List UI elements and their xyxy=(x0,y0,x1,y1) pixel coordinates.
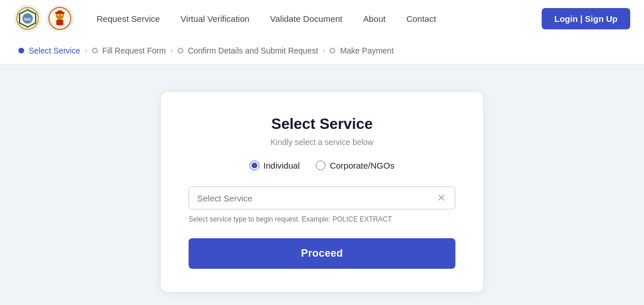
radio-individual[interactable] xyxy=(250,161,259,170)
svg-point-10 xyxy=(61,14,62,16)
breadcrumb-step-2: Fill Request Form xyxy=(92,46,166,55)
breadcrumb-dot-4 xyxy=(329,48,335,54)
svg-point-9 xyxy=(57,14,59,16)
breadcrumb-label-1: Select Service xyxy=(29,46,80,55)
svg-rect-8 xyxy=(56,20,63,25)
radio-individual-text: Individual xyxy=(263,161,300,170)
nav-about[interactable]: About xyxy=(363,14,385,24)
radio-corporate-label[interactable]: Corporate/NGOs xyxy=(316,161,394,170)
breadcrumb-step-1: Select Service xyxy=(18,46,80,55)
radio-group: Individual Corporate/NGOs xyxy=(250,161,394,170)
nav-contact[interactable]: Contact xyxy=(407,14,436,24)
breadcrumb-chevron-1: › xyxy=(85,46,87,55)
breadcrumb-label-4: Make Payment xyxy=(340,46,393,55)
radio-corporate-text: Corporate/NGOs xyxy=(329,161,394,170)
logo-2 xyxy=(46,5,74,32)
breadcrumb-dot-2 xyxy=(92,48,98,54)
select-hint: Select service type to begin request. Ex… xyxy=(189,214,455,224)
select-service-card: Select Service Kindly select a service b… xyxy=(161,92,483,292)
proceed-button[interactable]: Proceed xyxy=(189,238,455,269)
breadcrumb: Select Service › Fill Request Form › Con… xyxy=(0,37,644,64)
breadcrumb-step-4: Make Payment xyxy=(329,46,393,55)
breadcrumb-chevron-2: › xyxy=(170,46,172,55)
login-signup-button[interactable]: Login | Sign Up xyxy=(542,8,630,29)
svg-text:NG: NG xyxy=(24,17,31,22)
breadcrumb-label-2: Fill Request Form xyxy=(102,46,166,55)
main-nav: Request Service Virtual Verification Val… xyxy=(97,14,542,24)
svg-rect-7 xyxy=(55,12,64,14)
nav-request-service[interactable]: Request Service xyxy=(97,14,160,24)
logo-group: NG xyxy=(14,5,74,32)
nav-validate-document[interactable]: Validate Document xyxy=(270,14,343,24)
clear-icon[interactable]: ✕ xyxy=(436,193,447,203)
breadcrumb-dot-1 xyxy=(18,48,24,54)
select-service-input[interactable] xyxy=(197,193,436,203)
nav-virtual-verification[interactable]: Virtual Verification xyxy=(181,14,250,24)
select-service-wrapper: ✕ xyxy=(189,186,455,209)
breadcrumb-chevron-3: › xyxy=(323,46,325,55)
select-service-container: ✕ xyxy=(189,186,455,209)
radio-individual-label[interactable]: Individual xyxy=(250,161,300,170)
site-header: NG Request Service Virtual Verificat xyxy=(0,0,644,37)
breadcrumb-label-3: Confirm Details and Submit Request xyxy=(188,46,318,55)
radio-corporate[interactable] xyxy=(316,161,325,170)
main-content: Select Service Kindly select a service b… xyxy=(0,64,644,305)
card-subtitle: Kindly select a service below xyxy=(271,138,374,147)
card-title: Select Service xyxy=(271,115,373,133)
logo-1: NG xyxy=(14,5,41,32)
breadcrumb-dot-3 xyxy=(178,48,183,54)
breadcrumb-step-3: Confirm Details and Submit Request xyxy=(178,46,318,55)
